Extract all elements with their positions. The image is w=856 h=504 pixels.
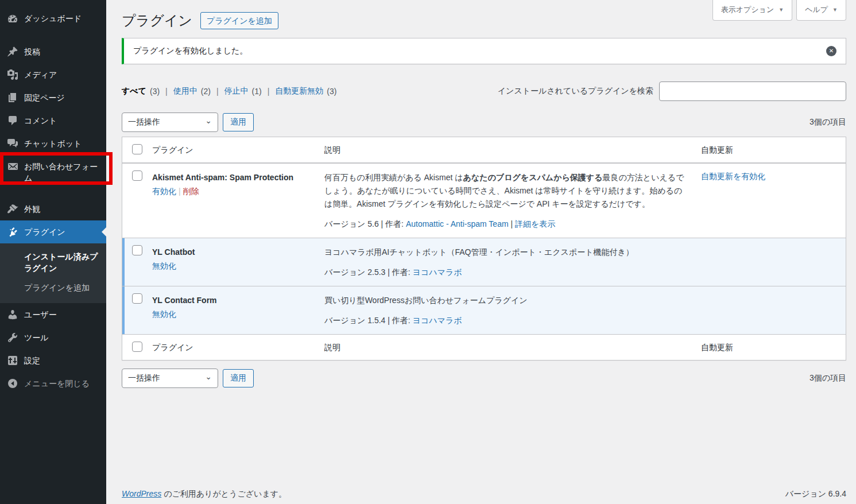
sidebar-item-media[interactable]: メディア bbox=[0, 63, 106, 86]
search-label: インストールされているプラグインを検索 bbox=[498, 86, 653, 96]
select-all-checkbox[interactable] bbox=[132, 144, 142, 154]
filter-inactive[interactable]: 停止中 bbox=[224, 86, 249, 96]
sidebar-item-label: プラグイン bbox=[24, 226, 65, 238]
sidebar-item-label: ツール bbox=[24, 332, 49, 343]
add-plugin-button[interactable]: プラグインを追加 bbox=[200, 12, 278, 29]
row-checkbox[interactable] bbox=[132, 245, 142, 255]
sidebar-item-label: メディア bbox=[24, 69, 57, 80]
row-checkbox[interactable] bbox=[132, 293, 142, 304]
bulk-actions-select[interactable]: 一括操作 ⌄ bbox=[122, 113, 218, 132]
filter-all[interactable]: すべて bbox=[122, 86, 146, 96]
chevron-down-icon: ▼ bbox=[778, 7, 784, 13]
admin-sidebar: ダッシュボード 投稿 メディア 固定ページ bbox=[0, 0, 106, 504]
row-checkbox[interactable] bbox=[132, 170, 142, 181]
items-count: 3個の項目 bbox=[809, 373, 846, 383]
plug-icon bbox=[7, 226, 18, 238]
deactivate-link[interactable]: 無効化 bbox=[152, 261, 176, 270]
sidebar-item-label: 設定 bbox=[24, 355, 40, 366]
wordpress-admin-plugins-page: ダッシュボード 投稿 メディア 固定ページ bbox=[0, 0, 856, 504]
enable-auto-update-link[interactable]: 自動更新を有効化 bbox=[701, 172, 765, 181]
table-row: YL Chatbot 無効化 ヨコハマラボ用AIチャットボット（FAQ管理・イン… bbox=[122, 238, 846, 286]
dismiss-notice-icon[interactable]: ✕ bbox=[826, 46, 836, 56]
author-link[interactable]: ヨコハマラボ bbox=[413, 316, 462, 325]
sidebar-item-appearance[interactable]: 外観 bbox=[0, 197, 106, 220]
wordpress-link[interactable]: WordPress bbox=[122, 489, 161, 498]
plugin-meta: バージョン 1.5.4 | 作者: ヨコハマラボ bbox=[324, 315, 687, 326]
screen-options-button[interactable]: 表示オプション ▼ bbox=[712, 0, 792, 21]
sidebar-item-dashboard[interactable]: ダッシュボード bbox=[0, 7, 106, 30]
sidebar-item-posts[interactable]: 投稿 bbox=[0, 40, 106, 63]
admin-footer: WordPress のご利用ありがとうございます。 バージョン 6.9.4 bbox=[122, 489, 846, 499]
submenu-installed-plugins[interactable]: インストール済みプラグイン bbox=[0, 247, 106, 278]
chevron-down-icon: ⌄ bbox=[205, 118, 212, 123]
sidebar-item-chatbot[interactable]: チャットボット bbox=[0, 132, 106, 155]
delete-link[interactable]: 削除 bbox=[183, 187, 199, 196]
table-footer-row: プラグイン 説明 自動更新 bbox=[122, 334, 846, 360]
sidebar-item-label: 投稿 bbox=[24, 46, 40, 57]
items-count: 3個の項目 bbox=[809, 117, 846, 127]
sidebar-item-label: チャットボット bbox=[24, 138, 82, 149]
column-header-auto-update: 自動更新 bbox=[701, 137, 846, 162]
sidebar-item-users[interactable]: ユーザー bbox=[0, 303, 106, 326]
sidebar-item-plugins[interactable]: プラグイン bbox=[0, 220, 106, 243]
author-link[interactable]: ヨコハマラボ bbox=[413, 267, 462, 277]
plugin-meta: バージョン 5.6 | 作者: Automattic - Anti-spam T… bbox=[324, 218, 687, 230]
pages-icon bbox=[7, 92, 18, 103]
apply-button[interactable]: 適用 bbox=[223, 369, 254, 387]
plugins-submenu: インストール済みプラグイン プラグインを追加 bbox=[0, 243, 106, 303]
apply-button[interactable]: 適用 bbox=[223, 113, 254, 131]
plugin-search: インストールされているプラグインを検索 bbox=[498, 82, 846, 101]
wrench-icon bbox=[7, 332, 18, 343]
sidebar-item-contact-form[interactable]: お問い合わせフォーム bbox=[0, 155, 106, 189]
tablenav-top: 一括操作 ⌄ 適用 3個の項目 bbox=[122, 113, 846, 132]
chevron-down-icon: ▼ bbox=[832, 7, 838, 13]
sidebar-item-comments[interactable]: コメント bbox=[0, 109, 106, 132]
sidebar-item-tools[interactable]: ツール bbox=[0, 326, 106, 349]
column-header-plugin: プラグイン bbox=[152, 335, 324, 360]
column-header-auto-update: 自動更新 bbox=[701, 335, 846, 360]
plugin-name: YL Contact Form bbox=[152, 294, 315, 306]
main-content: 表示オプション ▼ ヘルプ ▼ プラグイン プラグインを追加 プラグインを有効化… bbox=[106, 0, 856, 504]
user-icon bbox=[7, 309, 18, 320]
plugins-table: プラグイン 説明 自動更新 Akismet Anti-spam: Spam Pr… bbox=[122, 137, 846, 360]
column-header-plugin: プラグイン bbox=[152, 137, 324, 162]
plugin-name: YL Chatbot bbox=[152, 246, 315, 258]
plugin-description: 買い切り型WordPressお問い合わせフォームプラグイン bbox=[324, 294, 687, 307]
plugin-description: 何百万もの利用実績がある Akismet はあなたのブログをスパムから保護する最… bbox=[324, 171, 687, 211]
column-header-description: 説明 bbox=[324, 335, 701, 360]
sidebar-item-label: ユーザー bbox=[24, 309, 57, 320]
sidebar-item-label: お問い合わせフォーム bbox=[24, 161, 102, 184]
success-notice: プラグインを有効化しました。 ✕ bbox=[122, 38, 846, 64]
page-title: プラグイン bbox=[122, 12, 192, 29]
deactivate-link[interactable]: 無効化 bbox=[152, 309, 176, 319]
help-button[interactable]: ヘルプ ▼ bbox=[796, 0, 846, 21]
column-header-description: 説明 bbox=[324, 137, 701, 162]
settings-sliders-icon bbox=[7, 355, 18, 366]
select-all-checkbox[interactable] bbox=[132, 342, 142, 352]
envelope-icon bbox=[7, 161, 18, 172]
sidebar-item-label: ダッシュボード bbox=[24, 13, 82, 24]
submenu-add-plugin[interactable]: プラグインを追加 bbox=[0, 278, 106, 297]
footer-thanks: WordPress のご利用ありがとうございます。 bbox=[122, 489, 286, 499]
filter-active[interactable]: 使用中 bbox=[173, 86, 197, 96]
collapse-arrow-icon bbox=[7, 378, 18, 389]
sidebar-item-label: メニューを閉じる bbox=[24, 378, 90, 389]
plugin-status-filters: すべて (3) | 使用中 (2) | 停止中 (1) | 自動更新無効 (3) bbox=[122, 86, 336, 96]
sidebar-item-settings[interactable]: 設定 bbox=[0, 349, 106, 372]
filter-auto-update-disabled[interactable]: 自動更新無効 bbox=[275, 86, 323, 96]
view-details-link[interactable]: 詳細を表示 bbox=[515, 219, 555, 228]
paintbrush-icon bbox=[7, 203, 18, 215]
comment-icon bbox=[7, 115, 18, 126]
author-link[interactable]: Automattic - Anti-spam Team bbox=[406, 219, 509, 228]
sidebar-item-label: 外観 bbox=[24, 203, 40, 215]
search-input[interactable] bbox=[659, 82, 846, 101]
dashboard-icon bbox=[7, 13, 18, 24]
activate-link[interactable]: 有効化 bbox=[152, 187, 176, 196]
plugin-description: ヨコハマラボ用AIチャットボット（FAQ管理・インポート・エクスポート機能付き） bbox=[324, 246, 687, 259]
sidebar-item-pages[interactable]: 固定ページ bbox=[0, 86, 106, 109]
tablenav-bottom: 一括操作 ⌄ 適用 3個の項目 bbox=[122, 369, 846, 388]
sidebar-item-collapse-menu[interactable]: メニューを閉じる bbox=[0, 372, 106, 395]
table-header-row: プラグイン 説明 自動更新 bbox=[122, 137, 846, 163]
chevron-down-icon: ⌄ bbox=[205, 374, 212, 379]
bulk-actions-select[interactable]: 一括操作 ⌄ bbox=[122, 369, 218, 388]
